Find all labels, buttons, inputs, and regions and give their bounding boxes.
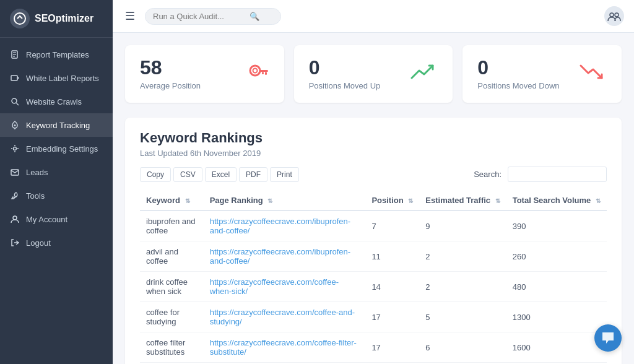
keyword-table: Keyword ⇅ Page Ranking ⇅ Position ⇅ Es <box>140 191 607 364</box>
stat-number: 0 <box>309 58 381 77</box>
stat-card-positions-moved-up: 0 Positions Moved Up <box>294 45 453 103</box>
table-row: advil and coffee https://crazycoffeecrav… <box>140 241 607 272</box>
sidebar-item-tools[interactable]: Tools <box>0 184 113 207</box>
cell-position: 11 <box>365 241 419 272</box>
sort-icon[interactable]: ⇅ <box>495 197 500 204</box>
avatar[interactable] <box>604 6 624 26</box>
cell-volume: 480 <box>506 272 607 302</box>
svg-rect-20 <box>262 72 264 74</box>
sidebar-item-label: Website Crawls <box>26 97 82 106</box>
sidebar-item-label: Report Templates <box>26 50 89 59</box>
table-subtitle: Last Updated 6th November 2019 <box>140 149 607 158</box>
main-content: ☰ 🔍 58 Average Position <box>113 0 634 364</box>
svg-rect-5 <box>11 76 17 80</box>
page-link[interactable]: https://crazycoffeecrave.com/coffee-and-… <box>210 308 355 326</box>
svg-point-6 <box>12 98 17 103</box>
col-position: Position ⇅ <box>365 191 419 210</box>
search-label: Search: <box>474 170 502 179</box>
cell-position: 14 <box>365 272 419 302</box>
cell-position: 7 <box>365 210 419 241</box>
sidebar-item-website-crawls[interactable]: Website Crawls <box>0 90 113 113</box>
sort-icon[interactable]: ⇅ <box>185 197 190 204</box>
col-page-ranking: Page Ranking ⇅ <box>204 191 366 210</box>
cell-keyword: ibuprofen and coffee <box>140 210 204 241</box>
pin-icon <box>10 120 20 130</box>
sidebar-item-white-label-reports[interactable]: White Label Reports <box>0 66 113 90</box>
cell-traffic: 2 <box>419 241 506 272</box>
svg-point-16 <box>250 66 260 76</box>
sidebar-item-embedding-settings[interactable]: Embedding Settings <box>0 137 113 160</box>
print-button[interactable]: Print <box>270 167 299 182</box>
svg-point-14 <box>610 13 614 17</box>
cell-volume: 1300 <box>506 302 607 332</box>
sort-icon[interactable]: ⇅ <box>596 197 601 204</box>
stat-number: 58 <box>140 58 201 77</box>
menu-button[interactable]: ☰ <box>123 8 137 24</box>
arrow-down-icon <box>580 61 607 87</box>
stat-label: Positions Moved Up <box>309 81 381 90</box>
page-link[interactable]: https://crazycoffeecrave.com/ibuprofen-a… <box>210 217 350 235</box>
cell-traffic: 9 <box>419 210 506 241</box>
cell-volume: 1600 <box>506 332 607 363</box>
cell-page: https://crazycoffeecrave.com/coffee-when… <box>204 272 366 302</box>
logo-icon <box>10 9 30 28</box>
content-area: 58 Average Position 0 Positions M <box>113 33 634 364</box>
table-section: Keyword Rankings Last Updated 6th Novemb… <box>125 118 622 364</box>
csv-button[interactable]: CSV <box>173 167 202 182</box>
search-input[interactable] <box>153 12 246 21</box>
svg-point-10 <box>14 147 17 150</box>
sidebar-item-leads[interactable]: Leads <box>0 160 113 184</box>
sort-icon[interactable]: ⇅ <box>408 197 413 204</box>
svg-rect-18 <box>259 70 268 72</box>
wrench-icon <box>10 191 20 201</box>
search-icon: 🔍 <box>250 12 259 21</box>
cell-volume: 260 <box>506 241 607 272</box>
sidebar-item-logout[interactable]: Logout <box>0 231 113 254</box>
stat-label: Average Position <box>140 81 201 90</box>
table-search-input[interactable] <box>508 167 607 182</box>
settings-icon <box>10 144 20 154</box>
file-icon <box>10 50 20 59</box>
excel-button[interactable]: Excel <box>205 167 237 182</box>
table-row: coffee filter substitutes https://crazyc… <box>140 332 607 363</box>
sidebar-item-report-templates[interactable]: Report Templates <box>0 43 113 66</box>
page-link[interactable]: https://crazycoffeecrave.com/coffee-filt… <box>210 338 357 357</box>
logout-icon <box>10 238 20 248</box>
cell-position: 17 <box>365 302 419 332</box>
page-link[interactable]: https://crazycoffeecrave.com/coffee-when… <box>210 277 339 296</box>
table-title: Keyword Rankings <box>140 130 607 146</box>
sidebar-item-label: Logout <box>26 238 51 248</box>
col-keyword: Keyword ⇅ <box>140 191 204 210</box>
stat-info: 0 Positions Moved Down <box>477 58 559 90</box>
pdf-button[interactable]: PDF <box>239 167 267 182</box>
sort-icon[interactable]: ⇅ <box>267 197 272 204</box>
cell-traffic: 5 <box>419 302 506 332</box>
label-icon <box>10 73 20 83</box>
cell-keyword: coffee filter substitutes <box>140 332 204 363</box>
stat-info: 58 Average Position <box>140 58 201 90</box>
svg-point-15 <box>615 13 619 17</box>
sidebar-navigation: Report Templates White Label Reports Web… <box>0 38 113 364</box>
cell-page: https://crazycoffeecrave.com/ibuprofen-a… <box>204 210 366 241</box>
sidebar-item-label: Keyword Tracking <box>26 121 90 130</box>
sidebar-item-label: Embedding Settings <box>26 144 98 154</box>
cell-keyword: advil and coffee <box>140 241 204 272</box>
sidebar-item-my-account[interactable]: My Account <box>0 207 113 231</box>
sidebar-logo: SEOptimizer <box>0 0 113 38</box>
arrow-up-icon <box>410 61 438 87</box>
svg-point-8 <box>14 124 16 126</box>
stats-row: 58 Average Position 0 Positions M <box>125 45 622 103</box>
sidebar-item-label: Leads <box>26 168 48 177</box>
cell-traffic: 2 <box>419 272 506 302</box>
sidebar-item-keyword-tracking[interactable]: Keyword Tracking <box>0 113 113 137</box>
svg-line-7 <box>17 103 19 106</box>
account-icon <box>10 214 20 224</box>
search-icon <box>10 97 20 106</box>
chat-button[interactable] <box>594 324 622 352</box>
sidebar: SEOptimizer Report Templates White Label… <box>0 0 113 364</box>
copy-button[interactable]: Copy <box>140 167 171 182</box>
cell-keyword: drink coffee when sick <box>140 272 204 302</box>
table-row: coffee for studying https://crazycoffeec… <box>140 302 607 332</box>
page-link[interactable]: https://crazycoffeecrave.com/ibuprofen-a… <box>210 247 350 266</box>
cell-keyword: coffee for studying <box>140 302 204 332</box>
